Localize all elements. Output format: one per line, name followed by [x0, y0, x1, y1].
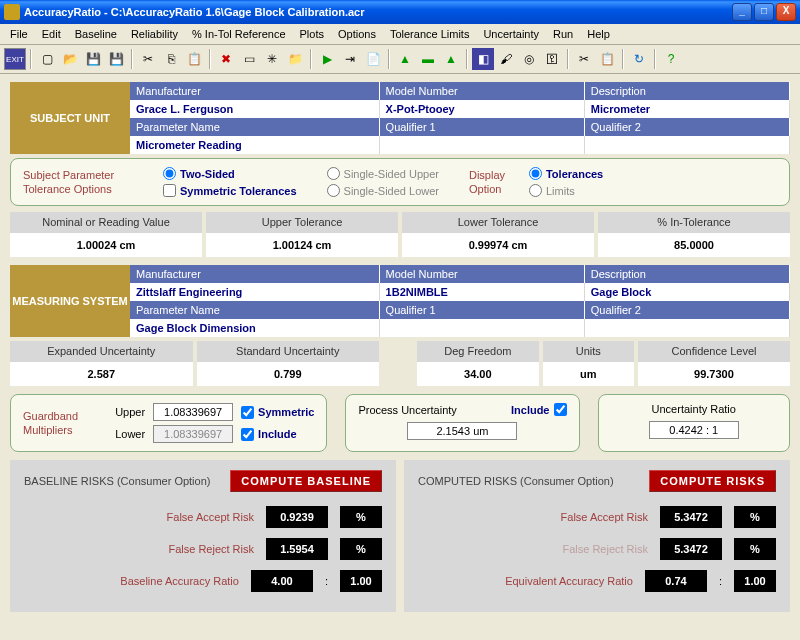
computed-frr-value: 5.3472: [660, 538, 722, 560]
eu-value[interactable]: 2.587: [10, 362, 193, 386]
tolerances-radio[interactable]: Tolerances: [529, 167, 603, 180]
uncert-ratio-label: Uncertainty Ratio: [652, 403, 736, 415]
measuring-system-label: MEASURING SYSTEM: [10, 265, 130, 337]
meas-parameter[interactable]: Gage Block Dimension: [130, 319, 380, 337]
subject-q2[interactable]: [585, 136, 790, 154]
two-sided-radio[interactable]: Two-Sided: [163, 167, 297, 180]
down-green-icon[interactable]: ▲: [440, 48, 462, 70]
save-icon[interactable]: 💾: [82, 48, 104, 70]
paste-icon[interactable]: 📋: [183, 48, 205, 70]
menu-options[interactable]: Options: [332, 26, 382, 42]
units-value[interactable]: um: [543, 362, 634, 386]
cl-value[interactable]: 99.7300: [638, 362, 790, 386]
menu-baseline[interactable]: Baseline: [69, 26, 123, 42]
cut-icon[interactable]: ✂: [137, 48, 159, 70]
baseline-far-unit: %: [340, 506, 382, 528]
help-icon[interactable]: ?: [660, 48, 682, 70]
pct-intol-value[interactable]: 85.0000: [598, 233, 790, 257]
header-model: Model Number: [380, 82, 585, 100]
menu-plots[interactable]: Plots: [294, 26, 330, 42]
baseline-frr-value: 1.5954: [266, 538, 328, 560]
subject-description[interactable]: Micrometer: [585, 100, 790, 118]
gb-symmetric-check[interactable]: Symmetric: [241, 406, 314, 419]
baseline-icon[interactable]: ▭: [238, 48, 260, 70]
eu-header: Expanded Uncertainty: [10, 341, 193, 361]
export-icon[interactable]: ⇥: [339, 48, 361, 70]
meas-description[interactable]: Gage Block: [585, 283, 790, 301]
baseline-far-label: False Accept Risk: [167, 511, 254, 523]
upper-tol-value[interactable]: 1.00124 cm: [206, 233, 398, 257]
units-header: Units: [543, 341, 634, 361]
maximize-button[interactable]: □: [754, 3, 774, 21]
menu-run[interactable]: Run: [547, 26, 579, 42]
close-button[interactable]: X: [776, 3, 796, 21]
subject-manufacturer[interactable]: Grace L. Ferguson: [130, 100, 380, 118]
menu-file[interactable]: File: [4, 26, 34, 42]
refresh-icon[interactable]: ↻: [628, 48, 650, 70]
symmetric-check[interactable]: Symmetric Tolerances: [163, 184, 297, 197]
baseline-far-value: 0.9239: [266, 506, 328, 528]
computed-far-unit: %: [734, 506, 776, 528]
gb-upper-input[interactable]: [153, 403, 233, 421]
menu-edit[interactable]: Edit: [36, 26, 67, 42]
minimize-button[interactable]: _: [732, 3, 752, 21]
baseline-sep: :: [325, 575, 328, 587]
header-parameter: Parameter Name: [130, 118, 380, 136]
meas-q2[interactable]: [585, 319, 790, 337]
ss-lower-radio[interactable]: Single-Sided Lower: [327, 184, 439, 197]
menu-uncertainty[interactable]: Uncertainty: [477, 26, 545, 42]
m-header-q1: Qualifier 1: [380, 301, 585, 319]
lower-tol-value[interactable]: 0.99974 cm: [402, 233, 594, 257]
computed-risks-title: COMPUTED RISKS (Consumer Option): [418, 475, 614, 487]
header-q1: Qualifier 1: [380, 118, 585, 136]
up-green-icon[interactable]: ▲: [394, 48, 416, 70]
process-uncert-label: Process Uncertainty: [358, 404, 456, 416]
subject-parameter[interactable]: Micrometer Reading: [130, 136, 380, 154]
folder-icon[interactable]: 📁: [284, 48, 306, 70]
target-icon[interactable]: ◎: [518, 48, 540, 70]
exit-icon[interactable]: EXIT: [4, 48, 26, 70]
gb-include-check[interactable]: Include: [241, 428, 314, 441]
line-icon[interactable]: ▬: [417, 48, 439, 70]
new-icon[interactable]: ▢: [36, 48, 58, 70]
computed-one: 1.00: [734, 570, 776, 592]
process-uncert-value[interactable]: [407, 422, 517, 440]
save-as-icon[interactable]: 💾: [105, 48, 127, 70]
brush-icon[interactable]: 🖌: [495, 48, 517, 70]
subject-model[interactable]: X-Pot-Ptooey: [380, 100, 585, 118]
meas-q1[interactable]: [380, 319, 585, 337]
run-icon[interactable]: ▶: [316, 48, 338, 70]
display-option-label: Display Option: [469, 168, 529, 197]
df-value[interactable]: 34.00: [417, 362, 539, 386]
menu-reliability[interactable]: Reliability: [125, 26, 184, 42]
cut2-icon[interactable]: ✂: [573, 48, 595, 70]
computed-ear-value: 0.74: [645, 570, 707, 592]
delete-icon[interactable]: ✖: [215, 48, 237, 70]
ss-upper-radio[interactable]: Single-Sided Upper: [327, 167, 439, 180]
header-description: Description: [585, 82, 790, 100]
m-header-q2: Qualifier 2: [585, 301, 790, 319]
baseline-bar-value: 4.00: [251, 570, 313, 592]
meas-manufacturer[interactable]: Zittslaff Engineering: [130, 283, 380, 301]
menu-intol[interactable]: % In-Tol Reference: [186, 26, 292, 42]
chart-icon[interactable]: ◧: [472, 48, 494, 70]
open-icon[interactable]: 📂: [59, 48, 81, 70]
baseline-one: 1.00: [340, 570, 382, 592]
limits-radio[interactable]: Limits: [529, 184, 603, 197]
compute-risks-button[interactable]: COMPUTE RISKS: [649, 470, 776, 492]
doc-icon[interactable]: 📄: [362, 48, 384, 70]
pu-include-check[interactable]: Include: [511, 403, 567, 416]
nominal-value[interactable]: 1.00024 cm: [10, 233, 202, 257]
copy-icon[interactable]: ⎘: [160, 48, 182, 70]
compute-baseline-button[interactable]: COMPUTE BASELINE: [230, 470, 382, 492]
key-icon[interactable]: ⚿: [541, 48, 563, 70]
explode-icon[interactable]: ✳: [261, 48, 283, 70]
menu-help[interactable]: Help: [581, 26, 616, 42]
meas-model[interactable]: 1B2NIMBLE: [380, 283, 585, 301]
subject-q1[interactable]: [380, 136, 585, 154]
paste2-icon[interactable]: 📋: [596, 48, 618, 70]
menu-tol-limits[interactable]: Tolerance Limits: [384, 26, 475, 42]
su-value[interactable]: 0.799: [197, 362, 380, 386]
app-icon: [4, 4, 20, 20]
gb-lower-label: Lower: [115, 428, 145, 440]
